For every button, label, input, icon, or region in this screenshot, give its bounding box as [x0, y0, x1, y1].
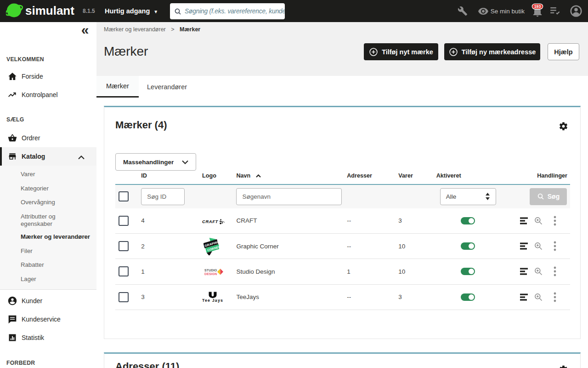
svg-text:193: 193 [534, 4, 541, 9]
svg-text:CRAFT: CRAFT [202, 219, 219, 224]
svg-text:Tee Jays: Tee Jays [202, 298, 223, 302]
svg-text:DESIGN: DESIGN [204, 272, 217, 276]
svg-text:STUDIO: STUDIO [204, 269, 217, 272]
